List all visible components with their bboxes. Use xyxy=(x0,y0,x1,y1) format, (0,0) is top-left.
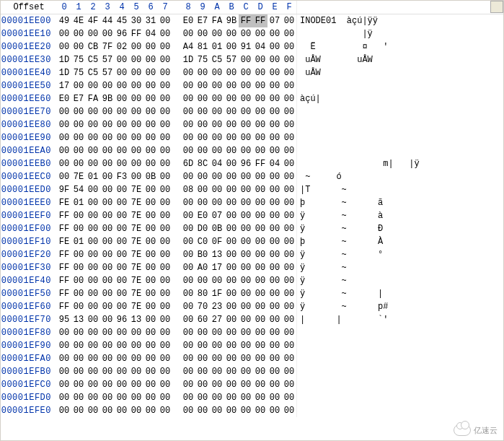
hex-byte[interactable]: 00 xyxy=(210,274,224,287)
hex-byte[interactable]: 00 xyxy=(210,183,224,196)
hex-byte[interactable]: 00 xyxy=(210,196,224,209)
hex-byte[interactable]: 7E xyxy=(129,261,143,274)
hex-byte[interactable]: 00 xyxy=(129,40,143,53)
hex-byte[interactable]: 00 xyxy=(86,79,100,92)
hex-byte[interactable]: 00 xyxy=(224,209,239,222)
hex-byte[interactable]: 00 xyxy=(158,183,172,196)
hex-byte[interactable]: 00 xyxy=(224,183,239,196)
hex-byte[interactable]: 00 xyxy=(86,27,100,40)
hex-byte[interactable]: 04 xyxy=(253,40,268,53)
hex-byte[interactable]: 00 xyxy=(268,118,282,131)
hex-byte[interactable]: 00 xyxy=(239,300,253,313)
hex-byte[interactable]: 00 xyxy=(253,92,268,105)
hex-byte[interactable]: 00 xyxy=(195,79,210,92)
hex-byte[interactable]: 00 xyxy=(158,287,172,300)
hex-byte[interactable]: 00 xyxy=(224,248,239,261)
hex-byte[interactable]: 00 xyxy=(268,79,282,92)
hex-byte[interactable]: 00 xyxy=(100,339,115,352)
hex-byte[interactable]: 00 xyxy=(181,287,195,300)
hex-byte[interactable]: 1D xyxy=(57,66,71,79)
hex-byte[interactable]: 00 xyxy=(71,300,86,313)
hex-byte[interactable]: 00 xyxy=(71,144,86,157)
hex-byte[interactable]: 00 xyxy=(268,274,282,287)
hex-byte[interactable]: 00 xyxy=(158,339,172,352)
header-corner-button[interactable] xyxy=(490,1,503,13)
hex-byte[interactable]: 00 xyxy=(239,170,253,183)
hex-byte[interactable]: 00 xyxy=(210,79,224,92)
hex-byte[interactable]: 00 xyxy=(158,378,172,391)
hex-byte[interactable]: 00 xyxy=(158,118,172,131)
hex-byte[interactable]: 00 xyxy=(115,79,129,92)
hex-byte[interactable]: 00 xyxy=(253,66,268,79)
hex-byte[interactable]: 00 xyxy=(253,287,268,300)
hex-byte[interactable]: 00 xyxy=(282,339,296,352)
hex-byte[interactable]: FF xyxy=(57,209,71,222)
hex-byte[interactable]: C5 xyxy=(86,53,100,66)
hex-byte[interactable]: 91 xyxy=(239,40,253,53)
ascii-cell[interactable]: uÅW xyxy=(296,66,503,79)
hex-byte[interactable]: 00 xyxy=(158,157,172,170)
hex-byte[interactable]: 00 xyxy=(224,27,239,40)
hex-byte[interactable]: 00 xyxy=(158,131,172,144)
hex-byte[interactable]: 00 xyxy=(143,326,158,339)
hex-byte[interactable]: 00 xyxy=(282,118,296,131)
hex-byte[interactable]: 00 xyxy=(143,209,158,222)
hex-byte[interactable]: 00 xyxy=(143,287,158,300)
hex-byte[interactable]: 00 xyxy=(181,27,195,40)
hex-byte[interactable]: 00 xyxy=(239,287,253,300)
hex-byte[interactable]: 00 xyxy=(239,92,253,105)
hex-byte[interactable]: 00 xyxy=(100,183,115,196)
hex-byte[interactable]: 00 xyxy=(268,391,282,404)
hex-byte[interactable]: 00 xyxy=(253,235,268,248)
hex-byte[interactable]: 00 xyxy=(268,170,282,183)
hex-byte[interactable]: 00 xyxy=(129,391,143,404)
ascii-cell[interactable]: ÿ ~ Ð xyxy=(296,222,503,235)
hex-byte[interactable]: 4E xyxy=(71,14,86,27)
hex-byte[interactable]: FA xyxy=(86,92,100,105)
hex-byte[interactable]: 00 xyxy=(115,326,129,339)
hex-byte[interactable]: 00 xyxy=(181,300,195,313)
ascii-cell[interactable]: ÿ ~ xyxy=(296,274,503,287)
hex-byte[interactable]: C0 xyxy=(195,235,210,248)
hex-byte[interactable]: 00 xyxy=(282,79,296,92)
hex-byte[interactable]: 00 xyxy=(282,66,296,79)
hex-byte[interactable]: 00 xyxy=(143,235,158,248)
hex-byte[interactable]: FE xyxy=(57,235,71,248)
hex-byte[interactable]: 00 xyxy=(57,339,71,352)
hex-byte[interactable]: 00 xyxy=(253,326,268,339)
hex-byte[interactable]: 00 xyxy=(86,365,100,378)
hex-byte[interactable]: FF xyxy=(129,27,143,40)
hex-row[interactable]: 00001EEA00000000000000000000000000000000… xyxy=(1,144,503,157)
hex-byte[interactable]: 0F xyxy=(210,235,224,248)
hex-byte[interactable]: 70 xyxy=(195,300,210,313)
hex-byte[interactable]: 00 xyxy=(282,14,296,27)
hex-byte[interactable]: 00 xyxy=(224,300,239,313)
hex-byte[interactable]: 00 xyxy=(181,352,195,365)
hex-byte[interactable]: 00 xyxy=(100,157,115,170)
hex-row[interactable]: 00001EF900000000000000000000000000000000… xyxy=(1,339,503,352)
hex-byte[interactable]: 00 xyxy=(181,118,195,131)
hex-byte[interactable]: FF xyxy=(253,157,268,170)
hex-byte[interactable]: 00 xyxy=(158,261,172,274)
hex-row[interactable]: 00001EE00494E4F4445303100E0E7FA9BFFFF070… xyxy=(1,14,503,27)
ascii-cell[interactable]: m| |ÿ xyxy=(296,157,503,170)
hex-byte[interactable]: 00 xyxy=(239,209,253,222)
hex-byte[interactable]: 00 xyxy=(239,404,253,417)
hex-byte[interactable]: 00 xyxy=(268,209,282,222)
hex-byte[interactable]: FF xyxy=(57,274,71,287)
hex-byte[interactable]: 00 xyxy=(224,40,239,53)
hex-byte[interactable]: 00 xyxy=(143,144,158,157)
hex-row[interactable]: 00001EE900000000000000000000000000000000… xyxy=(1,131,503,144)
hex-byte[interactable]: 00 xyxy=(268,196,282,209)
hex-byte[interactable]: 54 xyxy=(71,183,86,196)
hex-row[interactable]: 00001EEF0FF000000007E000000E007000000000… xyxy=(1,209,503,222)
hex-row[interactable]: 00001EFB00000000000000000000000000000000… xyxy=(1,365,503,378)
hex-byte[interactable]: 00 xyxy=(253,339,268,352)
hex-byte[interactable]: 00 xyxy=(210,66,224,79)
hex-byte[interactable]: 00 xyxy=(195,352,210,365)
hex-byte[interactable]: 00 xyxy=(239,105,253,118)
hex-byte[interactable]: 00 xyxy=(143,248,158,261)
hex-byte[interactable]: 00 xyxy=(129,378,143,391)
hex-byte[interactable]: 00 xyxy=(143,118,158,131)
hex-byte[interactable]: 00 xyxy=(210,170,224,183)
